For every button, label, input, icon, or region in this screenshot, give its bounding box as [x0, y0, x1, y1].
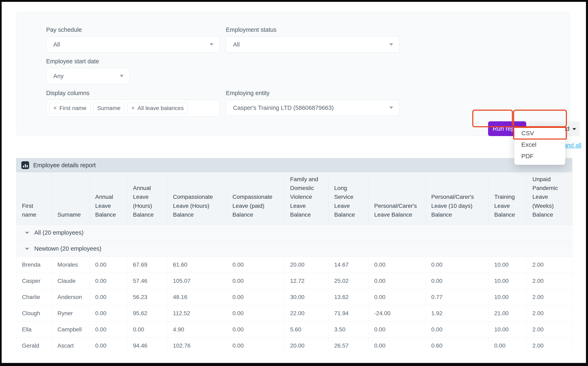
chevron-down-icon: [389, 43, 393, 46]
cell: 2.00: [527, 289, 572, 305]
report-titlebar: Employee details report: [16, 158, 572, 172]
employment-status-field: Employment status All: [226, 26, 400, 53]
download-menu-item-csv[interactable]: CSV: [514, 128, 565, 139]
cell: 102.76: [167, 337, 227, 354]
group-row[interactable]: All (20 employees): [16, 225, 572, 241]
table-row: CharlieAnderson0.0056.2348.160.0030.0013…: [16, 289, 572, 305]
cell: 3.50: [329, 321, 368, 337]
page: Pay schedule All Employment status All E…: [2, 2, 586, 363]
cell: 2.00: [527, 273, 572, 289]
report-chart-icon: [21, 161, 29, 169]
group-label: All (20 employees): [34, 229, 84, 236]
cell: 48.16: [167, 289, 227, 305]
cell: Casper: [16, 273, 52, 289]
column-header: Personal/Carer's Leave Balance: [368, 172, 425, 225]
group-label: Newtown (20 employees): [34, 245, 101, 252]
cell: 0.00: [488, 337, 527, 354]
cell: Ryner: [52, 305, 89, 321]
column-header: Compassionate Leave (paid) Balance: [227, 172, 284, 225]
report-header-row: First nameSurnameAnnual Leave BalanceAnn…: [16, 172, 572, 225]
report-section: Employee details report First nameSurnam…: [16, 158, 572, 354]
screenshot-frame: Pay schedule All Employment status All E…: [0, 0, 588, 366]
chevron-down-icon: [24, 230, 30, 235]
cell: 26.57: [329, 337, 368, 354]
cell: 2.00: [527, 337, 572, 354]
chevron-down-icon: [572, 128, 576, 130]
display-columns-input[interactable]: ✕First nameSurname✕All leave balances: [46, 100, 220, 117]
cell: 0.00: [368, 321, 425, 337]
cell: 22.00: [284, 305, 329, 321]
cell: 10.00: [488, 289, 527, 305]
pay-schedule-field: Pay schedule All: [46, 26, 220, 53]
column-header: Unpaid Pandemic Leave (Weeks) Balance: [527, 172, 572, 225]
remove-icon[interactable]: ✕: [53, 106, 57, 110]
cell: 95.62: [127, 305, 167, 321]
cell: 94.46: [127, 337, 167, 354]
cell: 14.67: [329, 257, 368, 273]
column-header: Personal/Carer's Leave (10 days) Balance: [425, 172, 488, 225]
cell: Campbell: [52, 321, 89, 337]
pay-schedule-label: Pay schedule: [46, 26, 220, 33]
table-row: CloughRyner0.0095.62112.520.0022.0071.94…: [16, 305, 572, 321]
cell: 0.00: [227, 273, 284, 289]
employee-start-date-label: Employee start date: [46, 58, 130, 65]
cell: 20.00: [284, 337, 329, 354]
cell: 12.72: [284, 273, 329, 289]
column-header: First name: [16, 172, 52, 225]
display-column-tag[interactable]: ✕First name: [49, 103, 90, 114]
employing-entity-select[interactable]: Casper's Training LTD (58606879663): [226, 100, 400, 116]
group-row[interactable]: Newtown (20 employees): [16, 241, 572, 257]
cell: 0.00: [368, 289, 425, 305]
cell: 0.00: [89, 289, 127, 305]
pay-schedule-value: All: [53, 41, 60, 48]
remove-icon[interactable]: ✕: [131, 106, 135, 110]
cell: -24.00: [368, 305, 425, 321]
table-row: EllaCampbell0.000.004.900.005.603.500.00…: [16, 321, 572, 337]
cell: 61.60: [167, 257, 227, 273]
column-header: Training Leave Balance: [488, 172, 527, 225]
cell: 0.00: [425, 273, 488, 289]
column-header: Family and Domestic Violence Leave Balan…: [284, 172, 329, 225]
pay-schedule-select[interactable]: All: [46, 37, 220, 53]
employment-status-label: Employment status: [226, 26, 400, 33]
cell: Morales: [52, 257, 89, 273]
cell: 0.00: [227, 337, 284, 354]
cell: 5.60: [284, 321, 329, 337]
cell: 10.00: [488, 273, 527, 289]
chevron-down-icon: [210, 43, 213, 46]
employment-status-select[interactable]: All: [226, 37, 400, 53]
cell: 0.00: [89, 257, 127, 273]
cell: 112.52: [167, 305, 227, 321]
column-header: Surname: [52, 172, 89, 225]
cell: Clough: [16, 305, 52, 321]
download-menu: CSVExcelPDF: [514, 126, 565, 165]
cell: 57.46: [127, 273, 167, 289]
cell: 2.00: [527, 321, 572, 337]
cell: 0.00: [127, 321, 167, 337]
column-header: Compassionate Leave (Hours) Balance: [167, 172, 227, 225]
table-row: GeraldAscart0.0094.46102.760.0020.0026.5…: [16, 337, 572, 354]
cell: 20.00: [284, 257, 329, 273]
cell: 0.00: [227, 305, 284, 321]
display-column-tag[interactable]: ✕All leave balances: [127, 103, 188, 114]
cell: Ascart: [52, 337, 89, 354]
cell: Claude: [52, 273, 89, 289]
download-menu-item-pdf[interactable]: PDF: [514, 150, 565, 162]
cell: 13.62: [329, 289, 368, 305]
cell: 30.00: [284, 289, 329, 305]
cell: 56.23: [127, 289, 167, 305]
cell: 0.00: [89, 321, 127, 337]
cell: 4.90: [167, 321, 227, 337]
tag-label: Surname: [97, 105, 121, 112]
employing-entity-label: Employing entity: [226, 90, 400, 97]
cell: 71.94: [329, 305, 368, 321]
employee-start-date-select[interactable]: Any: [46, 68, 130, 84]
download-menu-item-excel[interactable]: Excel: [514, 139, 565, 150]
cell: 0.00: [368, 257, 425, 273]
cell: 1.92: [425, 305, 488, 321]
cell: 21.00: [488, 305, 527, 321]
display-column-tag[interactable]: Surname: [93, 103, 125, 114]
cell: 2.00: [527, 257, 572, 273]
tag-label: All leave balances: [137, 105, 184, 112]
cell: 0.00: [368, 273, 425, 289]
